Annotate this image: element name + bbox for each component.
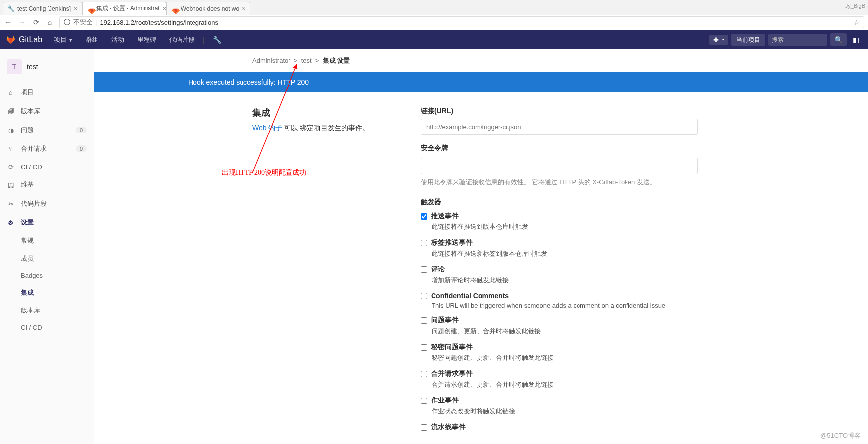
trigger-checkbox[interactable] (421, 266, 427, 273)
sidebar: T test ⌂项目🗐版本库◑问题0⑂合并请求0⟳CI / CD🕮维基✂代码片段… (0, 49, 94, 444)
gitlab-top-nav: GitLab 项目▼ 群组 活动 里程碑 代码片段 | 🔧 ✚ ▾ 当前项目 搜… (0, 30, 868, 49)
search-input[interactable]: 搜索 (768, 34, 827, 46)
form-column: 链接(URL) 安全令牌 使用此令牌来验证接收信息的有效性。 它将通过 HTTP… (421, 107, 698, 439)
sidebar-sub-3[interactable]: 集成 (0, 284, 94, 302)
trigger-checkbox[interactable] (421, 344, 427, 351)
sidebar-item-wiki[interactable]: 🕮维基 (0, 176, 94, 194)
breadcrumb-admin[interactable]: Administrator (252, 57, 290, 64)
back-icon[interactable]: ← (4, 18, 13, 27)
trigger-1: 标签推送事件此链接将在推送新标签到版本仓库时触发 (421, 238, 698, 258)
project-name: test (27, 63, 38, 71)
gitlab-logo[interactable]: GitLab (6, 35, 42, 44)
trigger-checkbox[interactable] (421, 240, 427, 246)
sidebar-item-merge[interactable]: ⑂合并请求0 (0, 139, 94, 158)
trigger-0: 推送事件此链接将在推送到版本仓库时触发 (421, 212, 698, 231)
sidebar-item-settings[interactable]: ⚙设置 (0, 213, 94, 232)
settings-icon: ⚙ (7, 219, 15, 226)
trigger-title: 合并请求事件 (431, 369, 473, 378)
info-icon: ⓘ (64, 18, 70, 27)
issues-icon: ◑ (7, 127, 15, 134)
trigger-checkbox[interactable] (421, 317, 427, 324)
trigger-7: 作业事件作业状态改变时将触发此链接 (421, 396, 698, 416)
sidebar-item-home[interactable]: ⌂项目 (0, 83, 94, 102)
nav-snippets[interactable]: 代码片段 (164, 35, 200, 44)
close-icon[interactable]: × (163, 5, 166, 12)
sidebar-item-label: 合并请求 (21, 144, 47, 153)
sidebar-item-label: 问题 (21, 126, 34, 134)
reload-icon[interactable]: ⟳ (32, 18, 41, 27)
current-project-badge[interactable]: 当前项目 (731, 34, 765, 46)
sidebar-sub-5[interactable]: CI / CD (0, 319, 94, 336)
annotation-text: 出现HTTP 200说明配置成功 (222, 168, 306, 177)
url-text: 192.168.1.2/root/test/settings/integrati… (100, 19, 218, 26)
url-label: 链接(URL) (421, 107, 698, 116)
trigger-checkbox[interactable] (421, 293, 427, 299)
trigger-desc: This URL will be triggered when someone … (432, 302, 698, 309)
nav-projects[interactable]: 项目▼ (49, 35, 78, 44)
breadcrumb-project[interactable]: test (301, 57, 312, 64)
webhooks-link[interactable]: Web 钩子 (252, 124, 282, 132)
address-bar[interactable]: ⓘ 不安全 | 192.168.1.2/root/test/settings/i… (59, 16, 864, 28)
browser-chrome: 🔧 test Config [Jenkins] × 集成 · 设置 · Admi… (0, 0, 868, 30)
sidebar-sub-1[interactable]: 成员 (0, 250, 94, 267)
trigger-checkbox[interactable] (421, 371, 427, 377)
browser-tab-gitlab[interactable]: 集成 · 设置 · Administrat × (82, 2, 166, 15)
trigger-title: 流水线事件 (431, 423, 466, 432)
trigger-checkbox[interactable] (421, 424, 427, 431)
sidebar-item-label: CI / CD (21, 163, 42, 171)
close-icon[interactable]: × (242, 5, 246, 12)
breadcrumb-current: 集成 设置 (323, 57, 350, 64)
trigger-desc: 此链接将在推送新标签到版本仓库时触发 (432, 249, 698, 258)
sidebar-item-repo[interactable]: 🗐版本库 (0, 102, 94, 121)
count-badge: 0 (76, 145, 87, 152)
sidebar-sub-0[interactable]: 常规 (0, 232, 94, 250)
trigger-desc: 增加新评论时将触发此链接 (432, 276, 698, 285)
trigger-checkbox[interactable] (421, 213, 427, 220)
url-input[interactable] (421, 119, 698, 135)
trigger-5: 秘密问题事件秘密问题创建、更新、合并时将触发此链接 (421, 343, 698, 362)
admin-wrench-icon[interactable]: 🔧 (208, 36, 226, 44)
sidebar-item-ci[interactable]: ⟳CI / CD (0, 158, 94, 176)
nav-milestones[interactable]: 里程碑 (132, 35, 161, 44)
sidebar-item-issues[interactable]: ◑问题0 (0, 121, 94, 139)
page-heading: 集成 (252, 107, 381, 119)
trigger-title: 问题事件 (431, 316, 459, 325)
close-icon[interactable]: × (74, 5, 78, 12)
forward-icon[interactable]: → (18, 18, 27, 27)
home-icon[interactable]: ⌂ (46, 18, 54, 27)
sidebar-item-label: 设置 (21, 218, 34, 227)
brand-text: GitLab (19, 35, 42, 44)
favicon-jenkins: 🔧 (7, 5, 14, 12)
trigger-desc: 秘密问题创建、更新、合并时将触发此链接 (432, 354, 698, 362)
trigger-4: 问题事件问题创建、更新、合并时将触发此链接 (421, 316, 698, 336)
sidebar-sub-2[interactable]: Badges (0, 267, 94, 284)
search-icon[interactable]: 🔍 (830, 33, 847, 46)
browser-tab-webhook[interactable]: Webhook does not wo × (166, 2, 250, 15)
tab-bar: 🔧 test Config [Jenkins] × 集成 · 设置 · Admi… (0, 0, 868, 15)
triggers-label: 触发器 (421, 198, 698, 207)
tab-title: test Config [Jenkins] (17, 5, 71, 12)
sidebar-sub-4[interactable]: 版本库 (0, 302, 94, 319)
sidebar-item-snippets[interactable]: ✂代码片段 (0, 194, 94, 213)
favicon-gitlab (87, 5, 94, 12)
token-label: 安全令牌 (421, 144, 698, 153)
sidebar-item-label: 维基 (21, 180, 34, 189)
todos-icon[interactable]: ◧ (850, 33, 862, 46)
favicon-gitlab (171, 5, 178, 12)
watermark-bottom: @51CTO博客 (820, 431, 861, 440)
sidebar-item-label: 版本库 (21, 107, 40, 116)
trigger-checkbox[interactable] (421, 398, 427, 404)
trigger-title: 评论 (431, 265, 445, 274)
intro-text: 可以 绑定项目发生的事件。 (282, 124, 369, 132)
browser-tab-jenkins[interactable]: 🔧 test Config [Jenkins] × (3, 2, 82, 15)
trigger-desc: 作业状态改变时将触发此链接 (432, 407, 698, 416)
token-input[interactable] (421, 158, 698, 174)
tab-title: 集成 · 设置 · Administrat (96, 4, 160, 13)
trigger-title: 推送事件 (431, 212, 459, 221)
new-dropdown[interactable]: ✚ ▾ (709, 35, 728, 45)
nav-activity[interactable]: 活动 (106, 35, 129, 44)
sidebar-item-label: 代码片段 (21, 199, 47, 208)
nav-groups[interactable]: 群组 (81, 35, 103, 44)
project-header[interactable]: T test (0, 57, 94, 83)
bookmark-star-icon[interactable]: ☆ (854, 19, 860, 26)
